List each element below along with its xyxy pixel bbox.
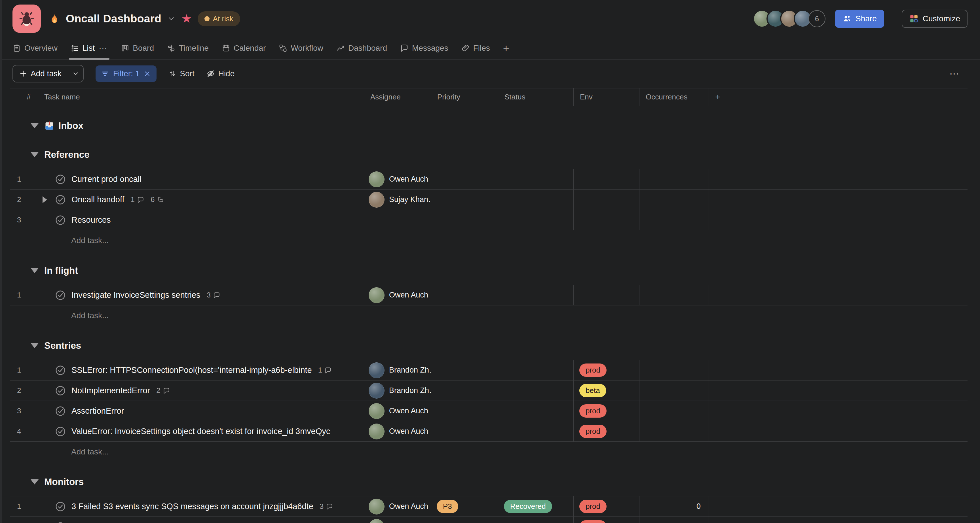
tab-messages[interactable]: Messages (400, 37, 448, 59)
tab-board[interactable]: Board (121, 37, 154, 59)
status-cell[interactable] (498, 169, 573, 189)
priority-cell[interactable] (431, 190, 498, 210)
section-name[interactable]: In flight (44, 265, 78, 276)
env-cell[interactable]: beta (573, 380, 639, 401)
column-header-status[interactable]: Status (498, 89, 573, 106)
add-task-button[interactable]: Add task (13, 65, 84, 82)
task-name[interactable]: SSLError: HTTPSConnectionPool(host='inte… (72, 366, 312, 375)
status-badge[interactable]: At risk (198, 11, 240, 26)
hide-button[interactable]: Hide (207, 69, 235, 78)
member-count-badge[interactable]: 6 (808, 10, 826, 27)
complete-check-icon[interactable] (55, 215, 66, 225)
section-collapse-caret-icon[interactable] (30, 343, 38, 348)
env-cell[interactable]: prod (573, 421, 639, 441)
section-header[interactable]: Monitors (10, 473, 967, 491)
table-row[interactable]: 2 Oncall handoff 1 6 Sujay Khan… (10, 190, 967, 210)
assignee-cell[interactable]: Brandon Zh… (364, 360, 431, 380)
table-row[interactable]: 1 SSLError: HTTPSConnectionPool(host='in… (10, 360, 967, 380)
assignee-cell[interactable]: Owen Auch (364, 401, 431, 421)
complete-check-icon[interactable] (55, 174, 66, 185)
favorite-star-icon[interactable]: ★ (181, 13, 192, 25)
status-cell[interactable] (498, 401, 573, 421)
env-cell[interactable] (573, 210, 639, 230)
priority-cell[interactable] (431, 517, 498, 523)
complete-check-icon[interactable] (55, 406, 66, 417)
complete-check-icon[interactable] (55, 290, 66, 301)
tab-files[interactable]: Files (461, 37, 490, 59)
priority-cell[interactable] (431, 285, 498, 305)
status-cell[interactable] (498, 517, 573, 523)
occurrences-cell[interactable] (639, 421, 709, 441)
section-collapse-caret-icon[interactable] (30, 479, 38, 485)
task-name[interactable]: Resources (72, 216, 111, 225)
env-cell[interactable] (573, 285, 639, 305)
close-icon[interactable] (143, 70, 151, 77)
section-collapse-caret-icon[interactable] (30, 268, 38, 273)
status-cell[interactable] (498, 190, 573, 210)
occurrences-cell[interactable] (639, 380, 709, 401)
status-cell[interactable] (498, 285, 573, 305)
env-cell[interactable]: prod (573, 360, 639, 380)
project-logo[interactable] (13, 5, 41, 33)
task-name[interactable]: NotImplementedError (72, 386, 150, 395)
tab-calendar[interactable]: Calendar (222, 37, 266, 59)
section-header[interactable]: Reference (10, 146, 967, 164)
table-row[interactable]: 1 3 Failed S3 events sync SQS messages o… (10, 496, 967, 517)
task-name[interactable]: 3 Failed S3 events sync SQS messages on … (72, 502, 313, 511)
task-name[interactable]: Current prod oncall (72, 174, 142, 184)
occurrences-cell[interactable] (639, 401, 709, 421)
assignee-cell[interactable] (364, 210, 431, 230)
table-row[interactable]: 3 AssertionError Owen Auch prod (10, 401, 967, 421)
occurrences-cell[interactable] (639, 210, 709, 230)
section-header[interactable]: In flight (10, 262, 967, 280)
tab-timeline[interactable]: Timeline (167, 37, 209, 59)
occurrences-cell[interactable]: 0 (639, 496, 709, 517)
section-collapse-caret-icon[interactable] (30, 152, 38, 157)
env-cell[interactable]: prod (573, 401, 639, 421)
tab-workflow[interactable]: Workflow (279, 37, 323, 59)
priority-cell[interactable] (431, 360, 498, 380)
env-cell[interactable]: prod (573, 517, 639, 523)
column-header-assignee[interactable]: Assignee (364, 89, 431, 106)
complete-check-icon[interactable] (55, 521, 66, 523)
occurrences-cell[interactable] (639, 190, 709, 210)
filter-chip[interactable]: Filter: 1 (95, 65, 156, 82)
expand-caret-icon[interactable] (43, 197, 47, 203)
table-row[interactable]: 3 Resources (10, 210, 967, 230)
section-name[interactable]: Inbox (44, 120, 83, 131)
priority-cell[interactable] (431, 421, 498, 441)
complete-check-icon[interactable] (55, 365, 66, 376)
table-row[interactable]: 2 NotImplementedError 2 Brandon Zh… beta (10, 380, 967, 401)
occurrences-cell[interactable] (639, 360, 709, 380)
add-task-row[interactable]: Add task... (10, 442, 967, 462)
env-cell[interactable] (573, 169, 639, 189)
complete-check-icon[interactable] (55, 385, 66, 396)
add-task-row[interactable]: Add task... (10, 306, 967, 326)
section-name[interactable]: Sentries (44, 340, 81, 351)
task-name[interactable]: ValueError: InvoiceSettings object doesn… (72, 427, 330, 436)
toolbar-overflow-button[interactable]: ⋯ (950, 68, 960, 79)
task-name[interactable]: Oncall handoff (72, 195, 124, 204)
assignee-cell[interactable]: Owen Auch (364, 285, 431, 305)
page-title[interactable]: Oncall Dashboard (66, 13, 161, 25)
section-name[interactable]: Monitors (44, 477, 84, 487)
assignee-cell[interactable]: Owen Auch (364, 517, 431, 523)
add-column-button[interactable]: + (709, 89, 967, 106)
tab-more-icon[interactable]: ⋯ (99, 43, 108, 53)
task-name[interactable]: Investigate InvoiceSettings sentries (72, 290, 200, 300)
priority-cell[interactable] (431, 380, 498, 401)
env-cell[interactable]: prod (573, 496, 639, 517)
assignee-cell[interactable]: Owen Auch (364, 169, 431, 189)
status-cell[interactable] (498, 421, 573, 441)
priority-cell[interactable] (431, 401, 498, 421)
task-name[interactable]: AssertionError (72, 406, 124, 415)
assignee-cell[interactable]: Brandon Zh… (364, 380, 431, 401)
tab-list[interactable]: List ⋯ (71, 37, 108, 59)
env-cell[interactable] (573, 190, 639, 210)
add-task-dropdown-button[interactable] (68, 65, 83, 82)
add-task-row[interactable]: Add task... (10, 230, 967, 251)
tab-overview[interactable]: Overview (13, 37, 57, 59)
table-row[interactable]: 1 Current prod oncall Owen Auch (10, 169, 967, 190)
section-collapse-caret-icon[interactable] (30, 123, 38, 128)
share-button[interactable]: Share (835, 10, 884, 28)
